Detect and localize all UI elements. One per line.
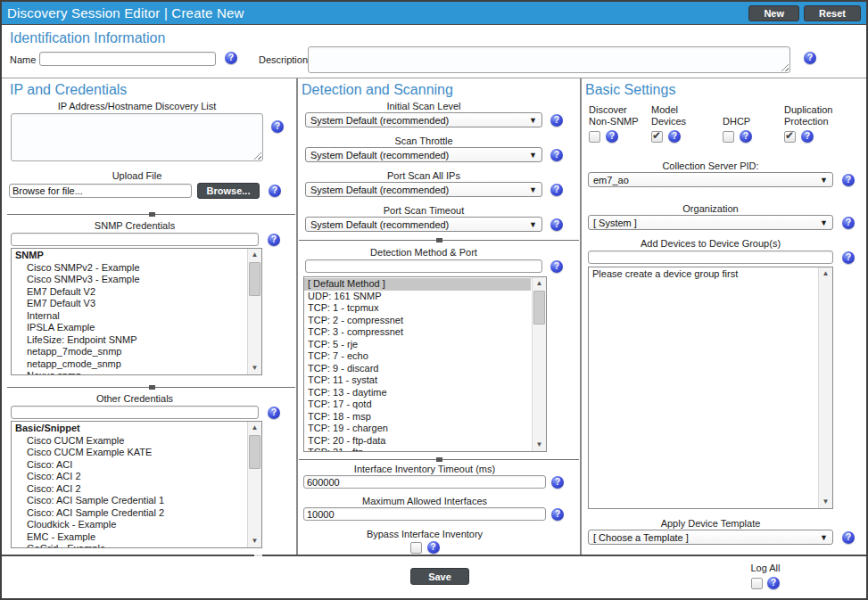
help-icon[interactable]: ? (842, 217, 855, 229)
list-item[interactable]: EM7 Default V2 (12, 286, 246, 299)
scroll-up-icon[interactable]: ▲ (248, 249, 261, 261)
initial-scan-level-select[interactable]: System Default (recommended) ▼ (305, 112, 542, 127)
list-item[interactable]: netapp_cmode_snmp (12, 358, 246, 371)
list-item[interactable]: Cisco SNMPv2 - Example (12, 262, 246, 275)
list-item[interactable]: TCP: 9 - discard (304, 363, 531, 375)
port-scan-timeout-select[interactable]: System Default (recommended) ▼ (305, 217, 542, 232)
list-item[interactable]: TCP: 5 - rje (304, 339, 531, 351)
list-item[interactable]: TCP: 7 - echo (304, 350, 531, 363)
help-icon[interactable]: ? (268, 234, 280, 246)
reset-button[interactable]: Reset (804, 5, 861, 21)
pane-separator[interactable] (299, 240, 579, 241)
scroll-thumb[interactable] (533, 291, 545, 325)
scrollbar[interactable]: ▲ ▼ (818, 267, 832, 508)
list-item[interactable]: TCP: 17 - qotd (304, 399, 531, 411)
help-icon[interactable]: ? (842, 531, 855, 544)
list-item[interactable]: SNMP (12, 250, 246, 262)
help-icon[interactable]: ? (550, 114, 563, 127)
snmp-credentials-list[interactable]: ▲ ▼ SNMPCisco SNMPv2 - ExampleCisco SNMP… (11, 248, 262, 375)
list-item[interactable]: Cisco CUCM Example KATE (12, 447, 246, 459)
duplication-protection-checkbox[interactable]: ✔ (784, 131, 796, 143)
other-credentials-list[interactable]: ▲ ▼ Basic/SnippetCisco CUCM ExampleCisco… (11, 421, 262, 548)
list-item[interactable]: [ Default Method ] (304, 278, 531, 291)
list-item[interactable]: TCP: 19 - chargen (304, 423, 531, 435)
list-item[interactable]: Cisco: ACI (12, 459, 246, 472)
list-item[interactable]: LifeSize: Endpoint SNMP (12, 334, 246, 347)
list-item[interactable]: UDP: 161 SNMP (304, 291, 531, 303)
list-item[interactable]: Cloudkick - Example (12, 519, 246, 531)
other-filter-input[interactable] (11, 406, 259, 419)
help-icon[interactable]: ? (550, 184, 563, 196)
scan-throttle-select[interactable]: System Default (recommended) ▼ (305, 147, 542, 162)
list-item[interactable]: EM7 Default V3 (12, 298, 246, 310)
organization-select[interactable]: [ System ] ▼ (588, 215, 833, 230)
help-icon[interactable]: ? (550, 260, 563, 273)
help-icon[interactable]: ? (842, 251, 855, 264)
help-icon[interactable]: ? (606, 130, 618, 143)
scroll-thumb[interactable] (249, 262, 260, 296)
list-item[interactable]: TCP: 13 - daytime (304, 387, 531, 399)
discover-non-snmp-checkbox[interactable] (589, 131, 600, 143)
device-groups-list[interactable]: ▲ ▼ Please create a device group first (588, 267, 833, 509)
save-button[interactable]: Save (410, 568, 469, 585)
list-item[interactable]: Basic/Snippet (12, 423, 246, 435)
scroll-thumb[interactable] (249, 435, 260, 469)
pane-separator[interactable] (7, 387, 295, 388)
scroll-down-icon[interactable]: ▼ (248, 535, 261, 547)
help-icon[interactable]: ? (801, 130, 814, 143)
model-devices-checkbox[interactable]: ✔ (651, 131, 663, 143)
help-icon[interactable]: ? (269, 185, 281, 197)
list-item[interactable]: EMC - Example (12, 531, 246, 544)
list-item[interactable]: TCP: 20 - ftp-data (304, 435, 531, 448)
scroll-up-icon[interactable]: ▲ (248, 422, 261, 434)
scroll-up-icon[interactable]: ▲ (533, 277, 546, 290)
help-icon[interactable]: ? (427, 541, 440, 554)
help-icon[interactable]: ? (668, 130, 681, 143)
list-item[interactable]: TCP: 18 - msp (304, 411, 531, 423)
scroll-down-icon[interactable]: ▼ (533, 439, 546, 451)
list-item[interactable]: Nexus snmp (12, 370, 246, 375)
dhcp-checkbox[interactable] (723, 131, 734, 143)
scroll-down-icon[interactable]: ▼ (248, 362, 261, 374)
description-field[interactable] (308, 46, 790, 73)
device-groups-filter-input[interactable] (588, 251, 833, 264)
help-icon[interactable]: ? (767, 577, 780, 589)
discovery-list-textarea[interactable] (11, 113, 263, 161)
pane-separator[interactable] (7, 214, 295, 215)
help-icon[interactable]: ? (550, 218, 563, 231)
list-item[interactable]: IPSLA Example (12, 322, 246, 334)
scrollbar[interactable]: ▲ ▼ (532, 277, 546, 451)
list-item[interactable]: GoGrid - Example (12, 543, 246, 548)
list-item[interactable]: Internal (12, 310, 246, 323)
help-icon[interactable]: ? (551, 508, 564, 521)
help-icon[interactable]: ? (225, 52, 237, 64)
help-icon[interactable]: ? (551, 476, 564, 489)
apply-template-select[interactable]: [ Choose a Template ] ▼ (588, 530, 833, 545)
new-button[interactable]: New (748, 5, 799, 21)
list-item[interactable]: Cisco CUCM Example (12, 435, 246, 448)
list-item[interactable]: Cisco: ACI 2 (12, 471, 246, 483)
detection-method-filter-input[interactable] (305, 259, 542, 273)
upload-file-field[interactable] (9, 184, 192, 198)
max-interfaces-field[interactable] (303, 507, 546, 521)
bypass-interface-checkbox[interactable] (410, 542, 422, 554)
name-field[interactable] (39, 52, 216, 66)
list-item[interactable]: Cisco: ACI Sample Credential 2 (12, 507, 246, 520)
help-icon[interactable]: ? (550, 149, 563, 161)
list-item[interactable]: Please create a device group first (589, 268, 817, 281)
log-all-checkbox[interactable] (751, 578, 763, 589)
help-icon[interactable]: ? (842, 174, 855, 186)
scroll-up-icon[interactable]: ▲ (819, 267, 832, 280)
help-icon[interactable]: ? (804, 52, 816, 64)
port-scan-all-ips-select[interactable]: System Default (recommended) ▼ (305, 182, 542, 197)
scrollbar[interactable]: ▲ ▼ (247, 422, 261, 547)
browse-button[interactable]: Browse... (197, 183, 260, 199)
list-item[interactable]: TCP: 21 - ftp (304, 447, 531, 452)
help-icon[interactable]: ? (740, 130, 752, 143)
list-item[interactable]: TCP: 2 - compressnet (304, 315, 531, 327)
list-item[interactable]: Cisco: ACI 2 (12, 483, 246, 496)
collection-server-select[interactable]: em7_ao ▼ (588, 172, 833, 187)
interface-timeout-field[interactable] (303, 475, 546, 489)
list-item[interactable]: TCP: 3 - compressnet (304, 326, 531, 339)
list-item[interactable]: netapp_7mode_snmp (12, 346, 246, 358)
